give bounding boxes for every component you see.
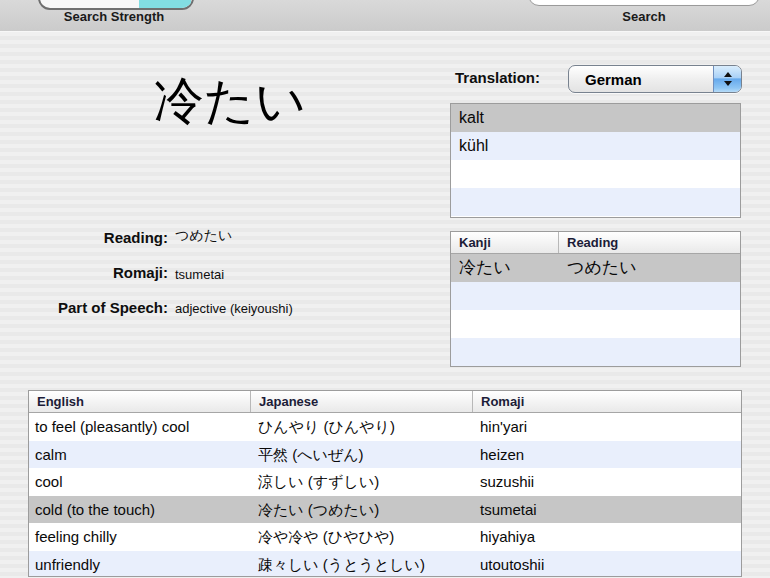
translation-language-popup[interactable]: German bbox=[568, 65, 742, 93]
table-row[interactable]: calm 平然 (へいぜん) heizen bbox=[29, 441, 741, 469]
kanji-table-header: Kanji Reading bbox=[451, 232, 740, 254]
kanji-reading-table: Kanji Reading 冷たい つめたい bbox=[450, 231, 741, 367]
toolbar: Search Strength Search bbox=[0, 0, 770, 32]
translation-label: Translation: bbox=[455, 69, 540, 86]
column-header-kanji[interactable]: Kanji bbox=[451, 232, 559, 253]
translation-list-item[interactable]: kalt bbox=[451, 104, 740, 132]
part-of-speech-label: Part of Speech: bbox=[0, 299, 168, 316]
table-empty-row bbox=[451, 338, 740, 366]
translation-list-empty-row bbox=[451, 216, 740, 218]
table-row[interactable]: unfriendly 疎々しい (うとうとしい) utoutoshii bbox=[29, 551, 741, 578]
part-of-speech-value: adjective (keiyoushi) bbox=[175, 301, 293, 316]
search-input[interactable] bbox=[528, 0, 760, 6]
reading-value: つめたい bbox=[175, 227, 232, 245]
search-label: Search bbox=[528, 9, 760, 24]
search-strength-slider-fill bbox=[139, 0, 191, 8]
column-header-reading[interactable]: Reading bbox=[559, 232, 740, 253]
translation-list-empty-row bbox=[451, 160, 740, 188]
reading-label: Reading: bbox=[0, 229, 168, 246]
translation-language-value: German bbox=[585, 71, 642, 88]
table-row-selected[interactable]: cold (to the touch) 冷たい (つめたい) tsumetai bbox=[29, 496, 741, 524]
chevron-up-down-icon bbox=[713, 66, 741, 92]
romaji-value: tsumetai bbox=[175, 267, 224, 282]
table-row[interactable]: to feel (pleasantly) cool ひんやり (ひんやり) hi… bbox=[29, 413, 741, 441]
headword: 冷たい bbox=[128, 74, 332, 129]
results-table-header: English Japanese Romaji bbox=[29, 391, 741, 413]
romaji-label: Romaji: bbox=[0, 264, 168, 281]
table-row[interactable]: 冷たい つめたい bbox=[451, 254, 740, 282]
column-header-english[interactable]: English bbox=[29, 391, 251, 412]
table-row[interactable]: cool 涼しい (すずしい) suzushii bbox=[29, 468, 741, 496]
results-table: English Japanese Romaji to feel (pleasan… bbox=[28, 390, 742, 577]
translation-list-empty-row bbox=[451, 188, 740, 216]
translations-list: kalt kühl bbox=[450, 103, 741, 218]
table-row[interactable]: feeling chilly 冷や冷や (ひやひや) hiyahiya bbox=[29, 523, 741, 551]
table-empty-row bbox=[451, 282, 740, 310]
column-header-romaji[interactable]: Romaji bbox=[473, 391, 741, 412]
column-header-japanese[interactable]: Japanese bbox=[251, 391, 473, 412]
translation-list-item[interactable]: kühl bbox=[451, 132, 740, 160]
search-strength-label: Search Strength bbox=[30, 9, 198, 24]
table-empty-row bbox=[451, 310, 740, 338]
